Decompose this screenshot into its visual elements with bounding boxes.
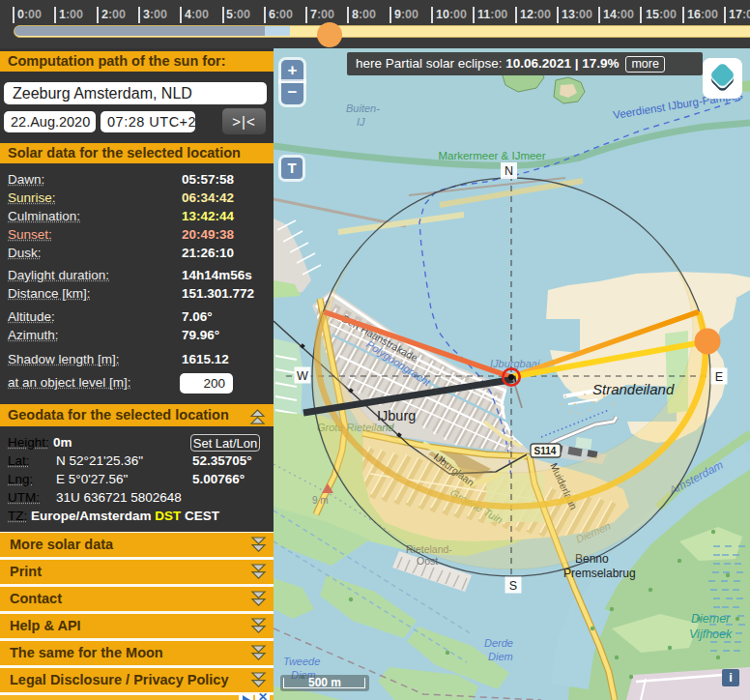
svg-text:Derde: Derde xyxy=(484,637,513,649)
svg-text:E: E xyxy=(715,370,723,384)
svg-text:Premselabrug: Premselabrug xyxy=(563,567,636,580)
svg-text:Markermeer & IJmeer: Markermeer & IJmeer xyxy=(438,150,545,161)
svg-text:S114: S114 xyxy=(534,446,557,456)
svg-text:Tweede: Tweede xyxy=(283,656,320,667)
svg-text:Buiten-: Buiten- xyxy=(346,102,380,114)
svg-text:IJ: IJ xyxy=(357,116,365,128)
svg-text:Strandeiland: Strandeiland xyxy=(592,381,675,397)
svg-text:S: S xyxy=(509,579,517,593)
svg-text:Diemer: Diemer xyxy=(691,612,731,626)
svg-text:Diem: Diem xyxy=(488,651,513,662)
svg-text:9 m: 9 m xyxy=(312,495,329,506)
svg-text:N: N xyxy=(505,164,513,178)
svg-text:Vijfhoek: Vijfhoek xyxy=(689,627,733,641)
svg-text:W: W xyxy=(297,369,308,383)
